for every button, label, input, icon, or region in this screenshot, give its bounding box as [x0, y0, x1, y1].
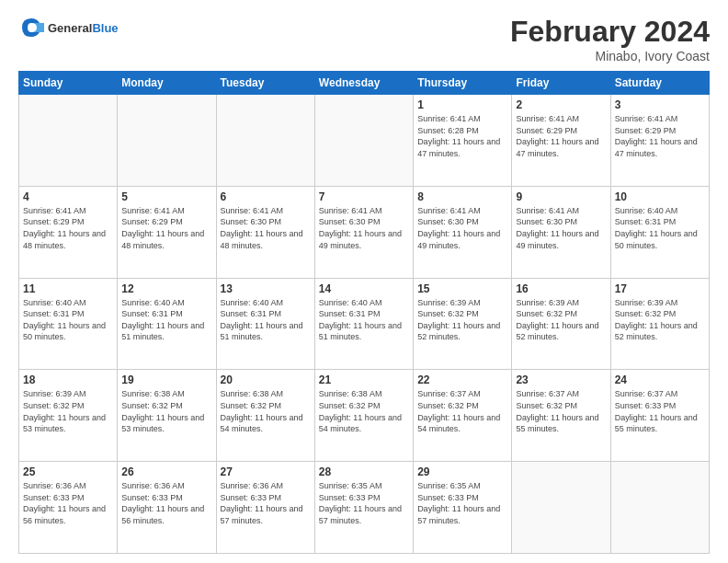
week-row-5: 25Sunrise: 6:36 AM Sunset: 6:33 PM Dayli…: [19, 462, 710, 554]
day-number: 21: [319, 373, 409, 386]
main-title: February 2024: [510, 15, 710, 49]
header-tuesday: Tuesday: [216, 72, 314, 95]
day-info: Sunrise: 6:39 AM Sunset: 6:32 PM Dayligh…: [615, 297, 705, 343]
day-number: 12: [121, 282, 211, 295]
day-number: 26: [121, 465, 211, 478]
day-info: Sunrise: 6:38 AM Sunset: 6:32 PM Dayligh…: [319, 388, 409, 434]
day-cell: 11Sunrise: 6:40 AM Sunset: 6:31 PM Dayli…: [19, 278, 118, 370]
day-info: Sunrise: 6:36 AM Sunset: 6:33 PM Dayligh…: [221, 480, 311, 526]
week-row-2: 4Sunrise: 6:41 AM Sunset: 6:29 PM Daylig…: [19, 186, 710, 278]
day-cell: [216, 95, 314, 187]
day-cell: 23Sunrise: 6:37 AM Sunset: 6:32 PM Dayli…: [512, 370, 610, 462]
day-cell: 6Sunrise: 6:41 AM Sunset: 6:30 PM Daylig…: [216, 186, 314, 278]
day-info: Sunrise: 6:41 AM Sunset: 6:30 PM Dayligh…: [319, 205, 409, 251]
header-monday: Monday: [118, 72, 216, 95]
day-cell: [314, 95, 413, 187]
day-number: 11: [23, 282, 113, 295]
day-info: Sunrise: 6:36 AM Sunset: 6:33 PM Dayligh…: [121, 480, 211, 526]
header-friday: Friday: [512, 72, 610, 95]
day-cell: 12Sunrise: 6:40 AM Sunset: 6:31 PM Dayli…: [118, 278, 216, 370]
day-cell: 7Sunrise: 6:41 AM Sunset: 6:30 PM Daylig…: [314, 186, 413, 278]
day-info: Sunrise: 6:41 AM Sunset: 6:30 PM Dayligh…: [221, 205, 311, 251]
day-info: Sunrise: 6:39 AM Sunset: 6:32 PM Dayligh…: [23, 388, 113, 434]
day-number: 3: [615, 98, 705, 111]
day-number: 2: [516, 98, 606, 111]
logo: GeneralBlue: [18, 15, 119, 40]
day-info: Sunrise: 6:41 AM Sunset: 6:29 PM Dayligh…: [23, 205, 113, 251]
day-info: Sunrise: 6:41 AM Sunset: 6:29 PM Dayligh…: [516, 113, 606, 159]
page: GeneralBlue February 2024 Minabo, Ivory …: [0, 0, 728, 563]
day-info: Sunrise: 6:40 AM Sunset: 6:31 PM Dayligh…: [615, 205, 705, 251]
day-number: 28: [319, 465, 409, 478]
week-row-3: 11Sunrise: 6:40 AM Sunset: 6:31 PM Dayli…: [19, 278, 710, 370]
week-row-4: 18Sunrise: 6:39 AM Sunset: 6:32 PM Dayli…: [19, 370, 710, 462]
day-cell: 17Sunrise: 6:39 AM Sunset: 6:32 PM Dayli…: [610, 278, 709, 370]
day-cell: 18Sunrise: 6:39 AM Sunset: 6:32 PM Dayli…: [19, 370, 118, 462]
day-info: Sunrise: 6:37 AM Sunset: 6:32 PM Dayligh…: [417, 388, 507, 434]
day-info: Sunrise: 6:37 AM Sunset: 6:33 PM Dayligh…: [615, 388, 705, 434]
calendar-header-row: Sunday Monday Tuesday Wednesday Thursday…: [19, 72, 710, 95]
day-info: Sunrise: 6:39 AM Sunset: 6:32 PM Dayligh…: [516, 297, 606, 343]
day-number: 29: [417, 465, 507, 478]
logo-text: GeneralBlue: [48, 21, 119, 35]
day-cell: 26Sunrise: 6:36 AM Sunset: 6:33 PM Dayli…: [118, 462, 216, 554]
title-block: February 2024 Minabo, Ivory Coast: [510, 15, 710, 63]
header-thursday: Thursday: [414, 72, 512, 95]
sub-title: Minabo, Ivory Coast: [510, 49, 710, 63]
day-info: Sunrise: 6:37 AM Sunset: 6:32 PM Dayligh…: [516, 388, 606, 434]
day-number: 25: [23, 465, 113, 478]
header: GeneralBlue February 2024 Minabo, Ivory …: [18, 15, 710, 63]
day-cell: 21Sunrise: 6:38 AM Sunset: 6:32 PM Dayli…: [314, 370, 413, 462]
day-number: 4: [23, 190, 113, 203]
header-sunday: Sunday: [19, 72, 118, 95]
day-info: Sunrise: 6:41 AM Sunset: 6:28 PM Dayligh…: [417, 113, 507, 159]
day-cell: 3Sunrise: 6:41 AM Sunset: 6:29 PM Daylig…: [610, 95, 709, 187]
day-number: 8: [417, 190, 507, 203]
header-saturday: Saturday: [610, 72, 709, 95]
day-info: Sunrise: 6:41 AM Sunset: 6:29 PM Dayligh…: [615, 113, 705, 159]
day-cell: 10Sunrise: 6:40 AM Sunset: 6:31 PM Dayli…: [610, 186, 709, 278]
day-number: 15: [417, 282, 507, 295]
day-cell: 5Sunrise: 6:41 AM Sunset: 6:29 PM Daylig…: [118, 186, 216, 278]
day-number: 7: [319, 190, 409, 203]
day-info: Sunrise: 6:39 AM Sunset: 6:32 PM Dayligh…: [417, 297, 507, 343]
day-cell: 8Sunrise: 6:41 AM Sunset: 6:30 PM Daylig…: [414, 186, 512, 278]
day-info: Sunrise: 6:41 AM Sunset: 6:29 PM Dayligh…: [121, 205, 211, 251]
day-cell: 2Sunrise: 6:41 AM Sunset: 6:29 PM Daylig…: [512, 95, 610, 187]
day-info: Sunrise: 6:38 AM Sunset: 6:32 PM Dayligh…: [121, 388, 211, 434]
calendar-table: Sunday Monday Tuesday Wednesday Thursday…: [18, 71, 710, 554]
day-cell: 4Sunrise: 6:41 AM Sunset: 6:29 PM Daylig…: [19, 186, 118, 278]
day-cell: 20Sunrise: 6:38 AM Sunset: 6:32 PM Dayli…: [216, 370, 314, 462]
day-info: Sunrise: 6:36 AM Sunset: 6:33 PM Dayligh…: [23, 480, 113, 526]
day-cell: 19Sunrise: 6:38 AM Sunset: 6:32 PM Dayli…: [118, 370, 216, 462]
header-wednesday: Wednesday: [314, 72, 413, 95]
day-number: 10: [615, 190, 705, 203]
day-number: 24: [615, 373, 705, 386]
day-info: Sunrise: 6:40 AM Sunset: 6:31 PM Dayligh…: [319, 297, 409, 343]
day-cell: 24Sunrise: 6:37 AM Sunset: 6:33 PM Dayli…: [610, 370, 709, 462]
day-number: 22: [417, 373, 507, 386]
day-info: Sunrise: 6:40 AM Sunset: 6:31 PM Dayligh…: [23, 297, 113, 343]
day-number: 23: [516, 373, 606, 386]
day-number: 14: [319, 282, 409, 295]
day-cell: [512, 462, 610, 554]
day-number: 20: [221, 373, 311, 386]
day-cell: 27Sunrise: 6:36 AM Sunset: 6:33 PM Dayli…: [216, 462, 314, 554]
day-cell: 1Sunrise: 6:41 AM Sunset: 6:28 PM Daylig…: [414, 95, 512, 187]
day-info: Sunrise: 6:35 AM Sunset: 6:33 PM Dayligh…: [417, 480, 507, 526]
day-cell: 25Sunrise: 6:36 AM Sunset: 6:33 PM Dayli…: [19, 462, 118, 554]
day-info: Sunrise: 6:41 AM Sunset: 6:30 PM Dayligh…: [417, 205, 507, 251]
day-cell: 13Sunrise: 6:40 AM Sunset: 6:31 PM Dayli…: [216, 278, 314, 370]
day-info: Sunrise: 6:40 AM Sunset: 6:31 PM Dayligh…: [221, 297, 311, 343]
day-cell: 15Sunrise: 6:39 AM Sunset: 6:32 PM Dayli…: [414, 278, 512, 370]
day-number: 1: [417, 98, 507, 111]
day-number: 6: [221, 190, 311, 203]
day-info: Sunrise: 6:41 AM Sunset: 6:30 PM Dayligh…: [516, 205, 606, 251]
day-info: Sunrise: 6:38 AM Sunset: 6:32 PM Dayligh…: [221, 388, 311, 434]
day-number: 27: [221, 465, 311, 478]
day-number: 17: [615, 282, 705, 295]
day-cell: 9Sunrise: 6:41 AM Sunset: 6:30 PM Daylig…: [512, 186, 610, 278]
day-cell: [19, 95, 118, 187]
day-info: Sunrise: 6:35 AM Sunset: 6:33 PM Dayligh…: [319, 480, 409, 526]
day-cell: 29Sunrise: 6:35 AM Sunset: 6:33 PM Dayli…: [414, 462, 512, 554]
